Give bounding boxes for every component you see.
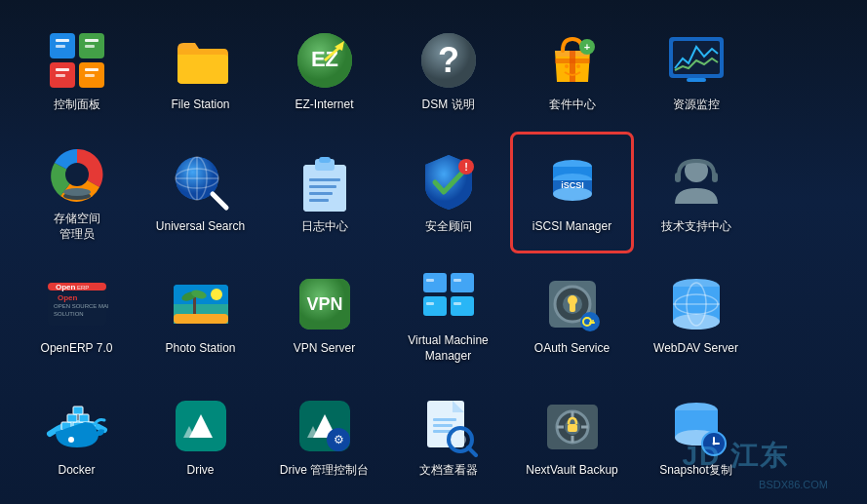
app-label: Snapshot复制: [659, 463, 732, 479]
app-log-center[interactable]: 日志中心: [262, 132, 386, 253]
svg-text:VPN: VPN: [306, 294, 342, 314]
app-file-station[interactable]: File Station: [138, 10, 262, 132]
nextvault-icon: [541, 395, 604, 457]
app-label: WebDAV Server: [653, 341, 738, 357]
app-security-advisor[interactable]: ! 安全顾问: [386, 132, 510, 253]
desktop-grid: 控制面板 File Station EZ: [0, 0, 867, 504]
app-label: File Station: [171, 97, 229, 113]
app-oauth-service[interactable]: OAuth Service: [510, 253, 634, 375]
app-label: DSM 说明: [422, 97, 475, 113]
app-vm-manager[interactable]: Virtual MachineManager: [386, 253, 510, 375]
svg-text:Open: Open: [56, 283, 76, 291]
svg-rect-102: [67, 414, 77, 422]
svg-rect-77: [451, 273, 474, 292]
svg-rect-82: [426, 302, 434, 305]
svg-point-22: [576, 64, 580, 68]
app-label: 存储空间管理员: [54, 212, 100, 242]
app-label: 技术支持中心: [661, 219, 731, 235]
app-openerp[interactable]: Open OPEN SOURCE MANAGEMENT SOLUTION Ope…: [15, 253, 138, 375]
svg-rect-57: [712, 173, 718, 182]
empty-cell: [758, 132, 867, 253]
empty-cell: [758, 10, 867, 132]
svg-point-135: [712, 442, 715, 445]
app-label: EZ-Internet: [295, 97, 353, 113]
dsm-help-icon: ?: [417, 29, 480, 92]
app-docker[interactable]: Docker: [15, 375, 138, 497]
app-label: NextVault Backup: [526, 463, 618, 479]
svg-rect-27: [687, 78, 706, 82]
app-label: Drive: [186, 463, 214, 479]
svg-rect-20: [555, 58, 590, 63]
app-label: 控制面板: [54, 97, 100, 113]
app-photo-station[interactable]: Photo Station: [138, 253, 262, 375]
svg-text:Open: Open: [58, 293, 78, 302]
app-label: Virtual MachineManager: [408, 333, 489, 364]
app-document-viewer[interactable]: 文档查看器: [386, 375, 510, 497]
app-package-center[interactable]: + 套件中心: [510, 10, 634, 132]
app-label: 安全顾问: [425, 219, 472, 235]
app-label: Drive 管理控制台: [280, 463, 369, 479]
svg-rect-19: [570, 51, 575, 82]
package-center-icon: +: [541, 29, 604, 92]
svg-rect-80: [426, 279, 434, 282]
app-webdav-server[interactable]: WebDAV Server: [634, 253, 758, 375]
control-panel-icon: [46, 29, 108, 92]
ez-internet-icon: EZ: [294, 29, 356, 92]
svg-rect-78: [423, 296, 447, 316]
svg-rect-44: [309, 185, 336, 188]
storage-manager-icon: [46, 143, 108, 206]
svg-text:iSCSI: iSCSI: [561, 180, 584, 190]
svg-rect-83: [453, 302, 461, 305]
app-label: 日志中心: [301, 219, 348, 235]
app-label: VPN Server: [294, 341, 355, 357]
svg-line-38: [213, 194, 226, 208]
svg-rect-103: [79, 414, 89, 422]
photo-station-icon: [170, 273, 232, 335]
svg-rect-6: [85, 39, 99, 42]
app-label: Universal Search: [156, 219, 245, 235]
svg-line-119: [468, 447, 476, 455]
support-center-icon: [665, 151, 728, 213]
app-label: 文档查看器: [419, 463, 478, 479]
app-universal-search[interactable]: Universal Search: [138, 132, 262, 253]
svg-point-105: [68, 437, 74, 443]
svg-rect-4: [56, 39, 69, 42]
svg-rect-42: [319, 157, 331, 163]
svg-rect-76: [423, 273, 447, 292]
app-drive[interactable]: Drive: [138, 375, 262, 497]
security-advisor-icon: !: [417, 151, 480, 213]
svg-rect-5: [56, 45, 65, 48]
app-resource-monitor[interactable]: 资源监控: [634, 10, 758, 132]
svg-rect-10: [85, 68, 99, 71]
app-support-center[interactable]: 技术支持中心: [634, 132, 758, 253]
svg-point-95: [673, 314, 720, 330]
svg-point-21: [565, 64, 569, 68]
app-nextvault[interactable]: NextVault Backup: [510, 375, 634, 497]
svg-rect-8: [56, 68, 69, 71]
svg-rect-45: [309, 192, 333, 195]
app-label: OpenERP 7.0: [41, 341, 113, 357]
svg-point-31: [63, 188, 91, 196]
app-dsm-help[interactable]: ? DSM 说明: [386, 10, 510, 132]
empty-cell: [758, 253, 867, 375]
svg-rect-81: [453, 279, 461, 282]
app-drive-admin[interactable]: ⚙ Drive 管理控制台: [262, 375, 386, 497]
drive-admin-icon: ⚙: [294, 395, 356, 457]
docker-icon: [46, 395, 108, 457]
file-station-icon: [170, 29, 232, 92]
svg-rect-91: [589, 322, 595, 324]
app-label: 套件中心: [549, 97, 596, 113]
app-storage-manager[interactable]: 存储空间管理员: [15, 132, 138, 253]
app-label: 资源监控: [673, 97, 720, 113]
app-snapshot[interactable]: Snapshot复制: [634, 375, 758, 497]
app-control-panel[interactable]: 控制面板: [15, 10, 138, 132]
svg-text:!: !: [464, 161, 468, 173]
resource-monitor-icon: [665, 29, 728, 92]
app-label: Photo Station: [165, 341, 235, 357]
app-ez-internet[interactable]: EZ EZ-Internet: [262, 10, 386, 132]
svg-rect-46: [309, 199, 329, 202]
svg-rect-128: [568, 424, 577, 432]
app-iscsi-manager[interactable]: iSCSI iSCSI Manager: [510, 132, 634, 253]
app-vpn-server[interactable]: VPN VPN Server: [262, 253, 386, 375]
svg-text:?: ?: [438, 40, 459, 80]
